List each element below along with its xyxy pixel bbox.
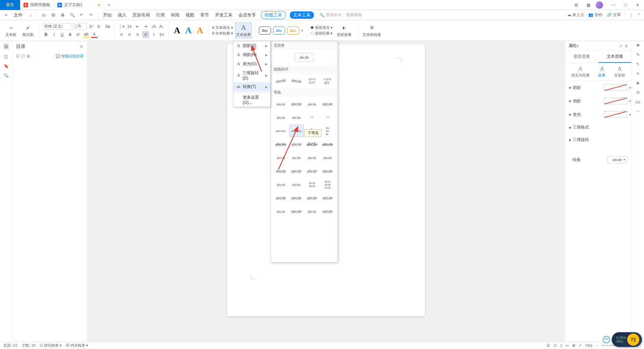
- status-content[interactable]: ⦿ 内容检查 ▾: [66, 343, 88, 348]
- open-icon[interactable]: 🗁: [41, 12, 47, 18]
- align-left-icon[interactable]: ≡: [118, 31, 125, 38]
- warp-cell[interactable]: abcde: [321, 98, 335, 110]
- print-icon[interactable]: 🖶: [60, 12, 65, 18]
- warp-cell[interactable]: abcde: [305, 165, 319, 177]
- warp-cell[interactable]: abcde: [305, 152, 319, 164]
- transform-path-2[interactable]: abcde: [289, 75, 304, 87]
- outline-icon[interactable]: ▤: [3, 43, 9, 50]
- tab-add[interactable]: +: [104, 2, 114, 8]
- tab-drawing-tools[interactable]: 绘图工具: [261, 11, 286, 19]
- find-icon[interactable]: 🔍: [4, 73, 9, 78]
- grid-icon[interactable]: ▦: [584, 0, 593, 10]
- expand-icon[interactable]: ⌃: [637, 13, 641, 17]
- menu-member[interactable]: 会员专享: [237, 12, 257, 18]
- warp-cell[interactable]: ෆෆ: [321, 111, 335, 123]
- warp-cell[interactable]: abcabcde: [321, 125, 335, 137]
- warp-cell[interactable]: ෆෆ: [305, 111, 319, 123]
- transform-path-4[interactable]: c d eghij: [321, 75, 335, 87]
- warp-cell[interactable]: abcde: [321, 192, 335, 204]
- warp-cell[interactable]: abcde: [305, 205, 319, 217]
- status-spell[interactable]: ☑ 拼写检查 ▾: [40, 343, 62, 348]
- more-icon[interactable]: ⋮: [629, 13, 633, 17]
- warp-cell[interactable]: abcde: [305, 192, 319, 204]
- menu-view[interactable]: 视图: [184, 12, 195, 18]
- prop-shadow[interactable]: ▶阴影▼: [565, 81, 631, 94]
- prop-transform[interactable]: 转换 abcde▼: [565, 153, 631, 167]
- subtab-effects[interactable]: A效果: [598, 66, 605, 78]
- transform-path-1[interactable]: abcde: [274, 75, 288, 87]
- warp-cell[interactable]: abcde: [321, 165, 335, 177]
- more-tools-icon[interactable]: ⋯: [636, 109, 640, 113]
- transform-none[interactable]: abcde: [295, 53, 314, 62]
- text-outline-button[interactable]: A 文本轮廓 ▾: [212, 31, 233, 36]
- search-box[interactable]: 🔍 查找命令、搜索模板: [319, 12, 362, 18]
- subtab-fill[interactable]: A填充与轮廓: [571, 66, 590, 78]
- shape-style-2[interactable]: Abc: [273, 27, 285, 35]
- warp-cell[interactable]: abcde: [274, 205, 288, 217]
- view-icon-5[interactable]: ⊞: [572, 343, 575, 348]
- distribute-icon[interactable]: ⫴: [150, 31, 157, 38]
- status-page[interactable]: 页面: 1/1: [3, 343, 18, 348]
- warp-cell[interactable]: abcde: [289, 179, 304, 191]
- status-words[interactable]: 字数: 10: [22, 343, 35, 348]
- fit-icon[interactable]: ⤢: [579, 343, 582, 348]
- perf-widget[interactable]: ↑ 0.2K/s ↓ 0K/s 71: [612, 332, 642, 347]
- close-icon[interactable]: ✕: [633, 0, 642, 10]
- warp-cell[interactable]: abcde: [321, 152, 335, 164]
- arrow-tool-icon[interactable]: ↖: [636, 62, 640, 66]
- menu-transform[interactable]: ab转换(T)▶: [233, 82, 270, 91]
- menu-review[interactable]: 审阅: [170, 12, 180, 18]
- format-brush-button[interactable]: 🖌 格式刷: [20, 23, 36, 37]
- change-case-icon[interactable]: Aa: [104, 23, 111, 30]
- save-icon[interactable]: 🖫: [51, 12, 56, 18]
- subtab-textbox[interactable]: A文本框: [614, 66, 625, 78]
- align-right-icon[interactable]: ≡: [134, 31, 141, 38]
- warp-cell[interactable]: abcde: [274, 192, 288, 204]
- tab-shape-options[interactable]: 形状选项: [565, 51, 598, 63]
- transform-select[interactable]: abcde▼: [607, 156, 627, 163]
- bold-button[interactable]: B: [43, 31, 49, 38]
- warp-cell[interactable]: abcde: [289, 192, 304, 204]
- pen-tool-icon[interactable]: ✎: [636, 52, 640, 57]
- style-a-blue[interactable]: A: [183, 26, 194, 36]
- align-justify-icon[interactable]: ≡: [142, 31, 149, 38]
- target-icon[interactable]: ◎: [636, 90, 640, 95]
- style-a-orange[interactable]: A: [195, 26, 205, 36]
- warp-cell[interactable]: abcdeabcde: [305, 179, 319, 191]
- chevron-down-icon[interactable]: ⌄: [28, 12, 33, 18]
- bookmark-icon[interactable]: 🔖: [4, 64, 9, 68]
- zoom-level[interactable]: 74%: [585, 344, 592, 348]
- highlight-button[interactable]: ab: [83, 31, 90, 38]
- hamburger-icon[interactable]: ≡: [3, 12, 9, 18]
- warp-cell[interactable]: abcde: [289, 111, 304, 123]
- italic-button[interactable]: I: [51, 31, 57, 38]
- sidebar-close-icon[interactable]: ✕: [79, 44, 84, 49]
- book-icon[interactable]: 📖: [635, 99, 640, 104]
- shape-effects-button[interactable]: ◐ 形状效果: [335, 23, 354, 37]
- smart-toc-button[interactable]: 💬 智能识别目录: [56, 54, 84, 59]
- tab-document[interactable]: W 文字文稿1 ●: [54, 0, 104, 10]
- textbox-button[interactable]: ▭ 文本框: [3, 23, 18, 37]
- textbox-link-button[interactable]: ⛓ 文本框链接: [361, 23, 383, 37]
- toc-tree-icon[interactable]: ⊟: [27, 54, 30, 58]
- expand-all-icon[interactable]: ☑: [16, 54, 19, 58]
- collapse-all-icon[interactable]: ☐: [21, 54, 25, 58]
- menu-layout[interactable]: 页面布局: [131, 12, 151, 18]
- text-effects-button[interactable]: A 文本效果: [235, 22, 252, 38]
- align-center-icon[interactable]: ≡: [126, 31, 133, 38]
- bullets-icon[interactable]: ⋮≡: [118, 23, 125, 30]
- prop-3d-rotation[interactable]: ▶三维旋转: [565, 134, 631, 146]
- settings-icon[interactable]: ≡: [637, 71, 639, 76]
- view-icon-2[interactable]: ☷: [553, 343, 557, 348]
- outdent-icon[interactable]: ⇤: [134, 23, 141, 30]
- text-fill-button[interactable]: A 文本填充 ▾: [212, 25, 233, 30]
- warp-cell[interactable]: abcde: [274, 111, 288, 123]
- tab-text-options[interactable]: 文本选项: [598, 51, 632, 63]
- select-icon[interactable]: ✥: [636, 43, 640, 48]
- shape-style-3[interactable]: Abc: [287, 27, 299, 35]
- layers-icon[interactable]: ◈: [636, 81, 639, 85]
- menu-dev[interactable]: 开发工具: [214, 12, 233, 18]
- minimize-icon[interactable]: —: [609, 0, 618, 10]
- warp-cell[interactable]: abcde: [321, 205, 335, 217]
- warp-cell[interactable]: abcdeabcdeabcde: [321, 179, 335, 191]
